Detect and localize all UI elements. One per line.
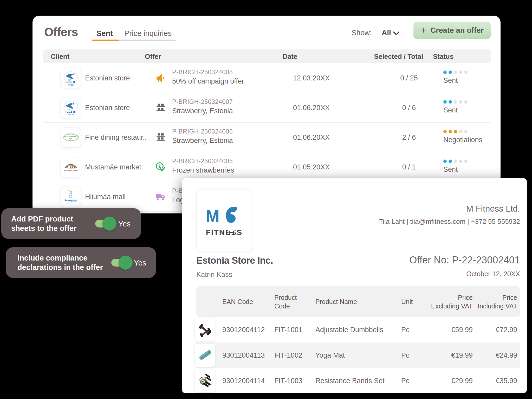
selected-total: 2 / 6: [383, 134, 435, 142]
status-label: Negotiations: [443, 136, 482, 144]
column-header-price-excl-vat: Price Excluding VAT: [430, 293, 473, 310]
status-dots: [443, 160, 468, 163]
product-row: 93012004112 FIT-1001 Adjustable Dumbbell…: [196, 317, 520, 343]
status-label: Sent: [443, 106, 468, 114]
shelf-icon: [155, 102, 166, 113]
compliance-toggle-card: Include compliance declarations in the o…: [6, 247, 156, 278]
column-header-product-code: Product Code: [274, 293, 303, 310]
table-row[interactable]: EESTI POOD Estonian store P-BRIGH-250324…: [43, 63, 491, 93]
status-cell: Sent: [443, 160, 468, 174]
euro-check-icon: €: [155, 162, 166, 173]
client-name: Mustamäe market: [85, 163, 141, 171]
svg-text:POOD: POOD: [68, 113, 74, 116]
client-logo-eesti-pood: EESTI POOD: [61, 98, 81, 118]
truck-icon: [155, 191, 166, 202]
column-header-selected-total: Selected / Total: [373, 52, 425, 60]
product-image-dumbbells: [195, 318, 215, 341]
product-price-excl-vat: €19.99: [430, 351, 473, 359]
product-name: Adjustable Dumbbells: [315, 326, 383, 334]
product-ean: 93012004113: [222, 351, 265, 359]
toggle-label: Include compliance declarations in the o…: [17, 253, 106, 272]
product-row: 93012004113 FIT-1002 Yoga Mat Pc €19.99 …: [196, 343, 520, 368]
product-image-yoga-mat: [195, 344, 215, 367]
client-logo-mustamae-turg: MUSTAMÄE TURG: [61, 157, 81, 177]
supplier-contact: Tiia Laht | tiia@mfitness.com | +372 55 …: [379, 218, 520, 226]
offer-name: 50% off campaign offer: [172, 77, 244, 85]
offer-date: 12.03.20XX: [293, 74, 330, 82]
offer-name: Strawberry, Estonia: [172, 137, 233, 145]
create-offer-button[interactable]: + Create an offer: [413, 22, 491, 39]
plus-icon: +: [420, 25, 426, 35]
product-code: FIT-1003: [274, 377, 302, 385]
tab-underline-active: [92, 40, 119, 41]
status-dots: [443, 71, 468, 74]
table-row[interactable]: EESTI POOD Estonian store P-BRIGH-250324…: [43, 93, 491, 123]
mfitness-logo-card: M FITNESS: [196, 189, 252, 251]
offer-number: Offer No: P-22-23002401: [409, 255, 520, 266]
product-table: EAN Code Product Code Product Name Unit …: [196, 286, 520, 394]
table-row[interactable]: SÄÄSTUMARKET Fine dining restaur.. P-BRI…: [43, 123, 491, 152]
svg-text:EESTI: EESTI: [67, 80, 75, 84]
offer-name: Frozen strawberries: [172, 166, 234, 174]
toggle-knob: [119, 256, 133, 270]
column-header-date: Date: [283, 52, 297, 60]
column-header-price-incl-vat: Price Including VAT: [477, 293, 517, 310]
page-title: Offers: [44, 25, 78, 39]
pdf-sheets-toggle[interactable]: [95, 220, 114, 227]
client-logo-hiiumaa-mall: Hiiumaa MALL: [61, 187, 81, 207]
client-name: Estonian store: [85, 104, 130, 112]
selected-total: 0 / 1: [383, 163, 435, 171]
tab-sent[interactable]: Sent: [96, 29, 113, 38]
chevron-down-icon[interactable]: [393, 31, 400, 36]
svg-text:MUSTAMÄE TURG: MUSTAMÄE TURG: [64, 170, 78, 171]
svg-text:M: M: [206, 207, 219, 225]
product-table-header: EAN Code Product Code Product Name Unit …: [196, 286, 520, 317]
status-label: Sent: [443, 166, 468, 174]
selected-total: 0 / 25: [383, 74, 435, 82]
mfitness-logo: M FITNESS: [203, 201, 245, 237]
column-header-status: Status: [433, 52, 453, 60]
status-label: Sent: [443, 77, 468, 85]
svg-text:POOD: POOD: [68, 84, 74, 86]
offer-document-panel: M FITNESS M Fitness Ltd. Tiia Laht | tii…: [182, 178, 527, 393]
product-unit: Pc: [401, 377, 410, 385]
toggle-value: Yes: [118, 220, 131, 228]
product-unit: Pc: [401, 351, 410, 359]
megaphone-icon: [155, 73, 166, 84]
tab-underline: [92, 40, 176, 41]
offer-date: 01.06.20XX: [293, 104, 330, 112]
column-header-client: Client: [51, 52, 69, 60]
show-filter-value[interactable]: All: [382, 29, 391, 37]
tab-price-inquiries[interactable]: Price inquiries: [124, 29, 172, 38]
column-header-unit: Unit: [401, 297, 413, 306]
show-filter-label: Show:: [352, 29, 372, 37]
product-code: FIT-1002: [274, 351, 302, 359]
column-header-ean: EAN Code: [222, 297, 253, 306]
dumbbell-icon: [228, 230, 235, 234]
product-code: FIT-1001: [274, 326, 302, 334]
compliance-toggle[interactable]: [111, 259, 131, 267]
product-row: 93012004114 FIT-1003 Resistance Bands Se…: [196, 368, 520, 394]
client-name: Fine dining restaur..: [85, 134, 147, 142]
svg-text:SÄÄSTUMARKET: SÄÄSTUMARKET: [64, 136, 77, 137]
product-image-resistance-bands: [195, 369, 215, 392]
table-row[interactable]: MUSTAMÄE TURG Mustamäe market € P-BRIGH-…: [43, 152, 491, 182]
product-price-incl-vat: €24.99: [477, 351, 517, 359]
column-header-product-name: Product Name: [315, 297, 357, 306]
offer-code: P-BRIGH-250324005: [172, 157, 233, 165]
shelf-icon: [155, 132, 166, 143]
toggle-label: Add PDF product sheets to the offer: [11, 214, 84, 233]
offer-name: Strawberry, Estonia: [172, 107, 233, 115]
offer-date: 01.06.20XX: [293, 134, 330, 142]
status-cell: Sent: [443, 71, 468, 85]
toggle-value: Yes: [134, 259, 146, 267]
product-name: Resistance Bands Set: [315, 377, 385, 385]
product-ean: 93012004114: [222, 377, 265, 385]
client-logo-saastumarket: SÄÄSTUMARKET: [61, 127, 81, 148]
column-header-offer: Offer: [145, 52, 161, 60]
pdf-sheets-toggle-card: Add PDF product sheets to the offer Yes: [1, 208, 141, 239]
product-price-incl-vat: €72.99: [477, 326, 517, 334]
client-logo-eesti-pood: EESTI POOD: [61, 68, 81, 88]
document-client-contact: Katrin Kass: [196, 271, 232, 279]
selected-total: 0 / 6: [383, 104, 435, 112]
